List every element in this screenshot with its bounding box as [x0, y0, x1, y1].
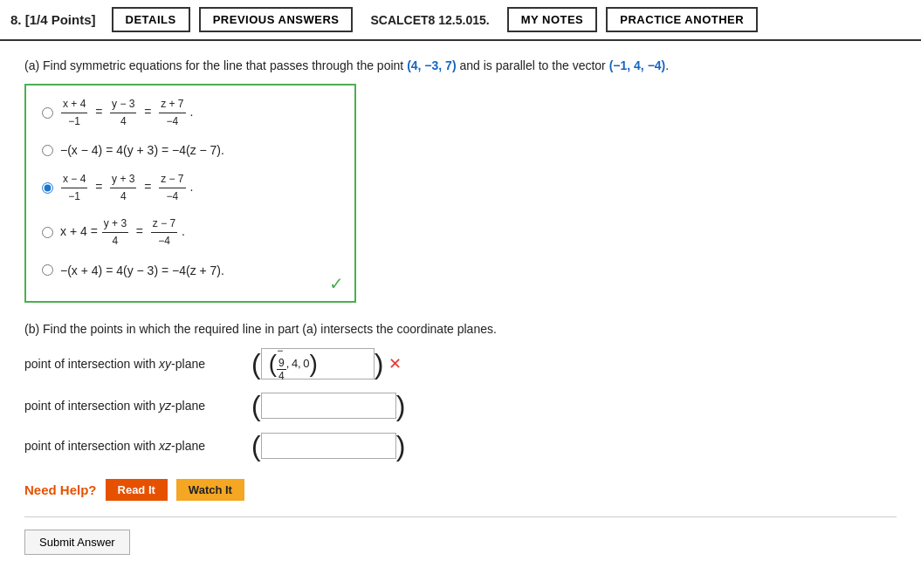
- option-row-4: x + 4 = y + 34 = z − 7−4 .: [42, 215, 339, 250]
- yz-plane-label: point of intersection with yz-plane: [24, 399, 251, 413]
- submit-answer-button[interactable]: Submit Answer: [24, 530, 130, 555]
- part-a-label: (a) Find symmetric equations for the lin…: [24, 57, 897, 75]
- incorrect-icon-xy: ✕: [388, 354, 402, 373]
- xy-plane-label: point of intersection with xy-plane: [24, 357, 251, 371]
- option-1-text: x + 4−1 = y − 34 = z + 7−4 .: [60, 96, 193, 130]
- inner-right-paren: ): [310, 352, 318, 376]
- top-bar: 8. [1/4 Points] DETAILS PREVIOUS ANSWERS…: [0, 0, 921, 41]
- right-paren-yz: ): [396, 392, 406, 420]
- checkmark-icon: ✓: [329, 273, 344, 294]
- right-paren-xy: ): [375, 350, 384, 378]
- scalcet-label: SCALCET8 12.5.015.: [370, 13, 489, 27]
- option-2-text: −(x − 4) = 4(y + 3) = −4(z − 7).: [60, 140, 224, 160]
- right-paren-xz: ): [396, 432, 406, 460]
- radio-option-2[interactable]: [42, 145, 53, 156]
- left-paren-xy: (: [251, 350, 261, 378]
- radio-option-5[interactable]: [42, 264, 53, 276]
- nine-over-four: 94: [277, 357, 286, 382]
- radio-option-4[interactable]: [42, 227, 53, 238]
- fraction-display: − 94: [277, 345, 286, 382]
- radio-option-1[interactable]: [42, 107, 53, 119]
- xy-plane-row: point of intersection with xy-plane ( ( …: [24, 348, 897, 379]
- xz-plane-label: point of intersection with xz-plane: [24, 439, 251, 453]
- my-notes-button[interactable]: MY NOTES: [507, 7, 598, 32]
- option-row-2: −(x − 4) = 4(y + 3) = −4(z − 7).: [42, 140, 339, 160]
- option-4-text: x + 4 = y + 34 = z − 7−4 .: [60, 215, 185, 250]
- vector-value: (−1, 4, −4): [609, 58, 666, 72]
- left-paren-yz: (: [251, 392, 261, 420]
- xy-answer-display: ( − 94 , 4, 0 ): [261, 348, 375, 379]
- xz-plane-row: point of intersection with xz-plane ( ): [24, 432, 897, 460]
- comma-and-values: , 4, 0: [286, 357, 310, 370]
- previous-answers-button[interactable]: PREVIOUS ANSWERS: [199, 7, 354, 32]
- read-it-button[interactable]: Read It: [106, 479, 168, 501]
- part-b: (b) Find the points in which the require…: [24, 322, 897, 460]
- xz-plane-input[interactable]: [261, 433, 396, 459]
- options-box: x + 4−1 = y − 34 = z + 7−4 . −(x − 4) = …: [24, 84, 356, 303]
- option-3-text: x − 4−1 = y + 34 = z − 7−4 .: [60, 171, 193, 205]
- yz-plane-row: point of intersection with yz-plane ( ): [24, 392, 897, 420]
- option-row-5: −(x + 4) = 4(y − 3) = −4(z + 7).: [42, 261, 339, 280]
- submit-row: Submit Answer: [24, 516, 897, 555]
- part-a: (a) Find symmetric equations for the lin…: [24, 57, 897, 303]
- option-row-1: x + 4−1 = y − 34 = z + 7−4 .: [42, 96, 339, 130]
- practice-another-button[interactable]: PRACTICE ANOTHER: [606, 7, 758, 32]
- option-row-3: x − 4−1 = y + 34 = z − 7−4 .: [42, 171, 339, 205]
- left-paren-xz: (: [251, 432, 261, 460]
- inner-left-paren: (: [269, 352, 277, 376]
- question-label: 8. [1/4 Points]: [10, 12, 96, 27]
- watch-it-button[interactable]: Watch It: [176, 479, 244, 501]
- option-5-text: −(x + 4) = 4(y − 3) = −4(z + 7).: [60, 261, 224, 280]
- details-button[interactable]: DETAILS: [112, 7, 190, 32]
- main-content: (a) Find symmetric equations for the lin…: [0, 41, 921, 571]
- point-value: (4, −3, 7): [407, 58, 456, 72]
- need-help-label: Need Help?: [24, 482, 97, 497]
- yz-plane-input[interactable]: [261, 393, 396, 419]
- need-help-section: Need Help? Read It Watch It: [24, 479, 897, 501]
- radio-option-3[interactable]: [42, 182, 53, 194]
- part-b-label: (b) Find the points in which the require…: [24, 322, 897, 336]
